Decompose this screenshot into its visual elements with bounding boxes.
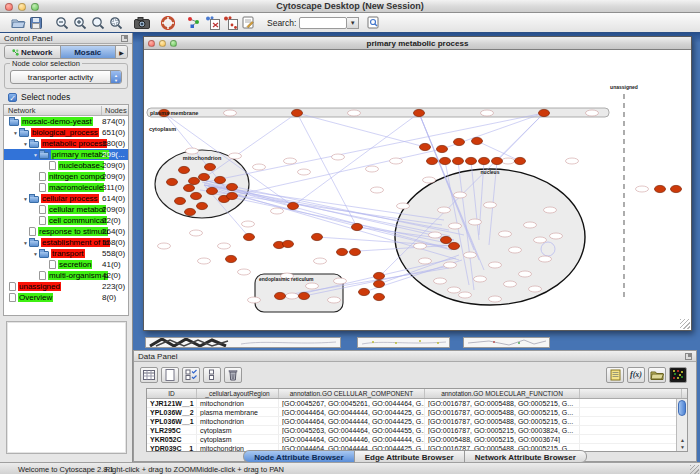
gene-node[interactable] — [440, 157, 451, 164]
annotation-node[interactable] — [481, 110, 494, 116]
gene-node[interactable] — [226, 255, 237, 262]
gene-node[interactable] — [227, 192, 238, 199]
column-header[interactable]: annotation.GO CELLULAR_COMPONENT — [279, 389, 425, 398]
annotation-node[interactable] — [499, 231, 512, 237]
toggle-data-panel-icon[interactable] — [221, 14, 239, 31]
table-scrollbar[interactable]: ▲▼ — [676, 399, 687, 451]
gene-node[interactable] — [288, 202, 299, 209]
annotation-node[interactable] — [534, 237, 547, 243]
tab-node-attribute-browser[interactable]: Node Attribute Browser — [243, 450, 354, 462]
table-row[interactable]: YPL036W__1mitochondrion[GO:0044464, GO:0… — [147, 417, 687, 426]
annotation-node[interactable] — [489, 262, 502, 268]
gene-node[interactable] — [205, 163, 216, 170]
zoom-in-icon[interactable] — [71, 14, 89, 31]
annotation-node[interactable] — [529, 286, 542, 292]
scrollbar-arrows[interactable]: ▲▼ — [677, 437, 688, 451]
annotation-node[interactable] — [298, 169, 311, 175]
annotation-node[interactable] — [449, 223, 462, 229]
annotation-node[interactable] — [539, 256, 552, 262]
annotation-node[interactable] — [198, 258, 211, 264]
annotation-node[interactable] — [489, 296, 502, 302]
annotation-node[interactable] — [242, 221, 255, 227]
gene-node[interactable] — [179, 166, 190, 173]
tree-row-unassigned[interactable]: unassigned223(0) — [4, 281, 128, 292]
gene-node[interactable] — [167, 178, 178, 185]
import-attributes-icon[interactable] — [648, 367, 666, 383]
annotation-node[interactable] — [464, 252, 477, 258]
annotation-node[interactable] — [550, 233, 563, 239]
tab-edge-attribute-browser[interactable]: Edge Attribute Browser — [354, 450, 464, 462]
gene-node[interactable] — [374, 293, 385, 300]
gene-node[interactable] — [292, 109, 303, 116]
annotation-node[interactable] — [414, 243, 427, 249]
annotation-node[interactable] — [484, 202, 497, 208]
tab-mosaic[interactable]: Mosaic — [61, 46, 117, 58]
annotation-node[interactable] — [271, 208, 284, 214]
annotation-node[interactable] — [438, 207, 451, 213]
gene-node[interactable] — [215, 176, 226, 183]
select-nodes-option[interactable]: ✓ Select nodes — [8, 92, 70, 102]
annotation-node[interactable] — [253, 164, 266, 170]
gene-node[interactable] — [207, 187, 218, 194]
more-tabs-arrow-icon[interactable]: ▶ — [116, 46, 127, 58]
unselect-attributes-icon[interactable] — [203, 367, 221, 383]
annotation-node[interactable] — [229, 153, 242, 159]
tree-row-biological-process[interactable]: ▼biological_process651(0) — [4, 127, 128, 138]
tree-row-cellular-process[interactable]: ▼cellular process614(0) — [4, 193, 128, 204]
expander-icon[interactable]: ▼ — [12, 130, 19, 136]
annotation-node[interactable] — [366, 166, 379, 172]
annotation-node[interactable] — [429, 232, 442, 238]
help-icon[interactable] — [159, 14, 177, 31]
column-network[interactable]: Network — [8, 106, 36, 115]
gene-node[interactable] — [350, 248, 361, 255]
network-canvas[interactable]: plasma membranecytoplasmmitochondrionnuc… — [144, 50, 689, 330]
checkbox-checked-icon[interactable]: ✓ — [8, 93, 17, 102]
annotation-node[interactable] — [524, 222, 537, 228]
annotation-node[interactable] — [190, 230, 203, 236]
tree-row-transport[interactable]: ▼transport558(0) — [4, 248, 128, 259]
annotation-node[interactable] — [459, 292, 472, 298]
table-row[interactable]: YKR052Ccytoplasm[GO:0044464, GO:0044446,… — [147, 435, 687, 444]
expander-icon[interactable]: ▼ — [32, 251, 39, 257]
gene-node[interactable] — [539, 109, 550, 116]
annotation-node[interactable] — [566, 158, 579, 164]
tree-row-establishment-of-lo[interactable]: ▼establishment of lo558(0) — [4, 237, 128, 248]
scrollbar-thumb[interactable] — [678, 400, 686, 416]
annotation-node[interactable] — [444, 262, 457, 268]
annotation-node[interactable] — [469, 219, 482, 225]
annotation-node[interactable] — [224, 110, 237, 116]
annotation-node[interactable] — [504, 281, 517, 287]
gene-node[interactable] — [312, 233, 323, 240]
gene-node[interactable] — [189, 177, 200, 184]
tree-row-metabolic-process[interactable]: ▼metabolic process280(0) — [4, 138, 128, 149]
annotation-node[interactable] — [328, 297, 341, 303]
column-nodes[interactable]: Nodes — [101, 106, 127, 115]
expander-icon[interactable]: ▼ — [22, 141, 29, 147]
gene-node[interactable] — [420, 143, 431, 150]
open-file-icon[interactable] — [9, 14, 27, 31]
column-header[interactable] — [580, 389, 682, 398]
expander-icon[interactable]: ▼ — [22, 196, 29, 202]
minimized-window[interactable] — [145, 337, 341, 348]
expander-icon[interactable]: ▼ — [32, 152, 39, 158]
annotation-node[interactable] — [434, 278, 447, 284]
annotation-node[interactable] — [509, 247, 522, 253]
gene-node[interactable] — [184, 184, 195, 191]
table-row[interactable]: YLR295Ccytoplasm[GO:0045263, GO:0044464,… — [147, 426, 687, 435]
tree-row-nucleobase-[interactable]: nucleobase-209(0) — [4, 160, 128, 171]
tab-network[interactable]: Network — [5, 46, 61, 58]
annotation-node[interactable] — [238, 269, 251, 275]
gene-node[interactable] — [427, 157, 438, 164]
search-dropdown-arrow-icon[interactable]: ▼ — [347, 17, 359, 29]
node-color-attribute-select[interactable]: transporter activity ▲▼ — [10, 70, 122, 84]
annotation-node[interactable] — [348, 110, 361, 116]
tree-row-macromolecule[interactable]: macromolecule311(0) — [4, 182, 128, 193]
tree-row-overview[interactable]: Overview8(0) — [4, 292, 128, 303]
annotation-node[interactable] — [423, 177, 436, 183]
formula-builder-icon[interactable]: f(x) — [627, 367, 645, 383]
gene-node[interactable] — [175, 197, 186, 204]
birdseye-view-panel[interactable] — [6, 321, 127, 454]
attribute-matrix-icon[interactable] — [669, 367, 687, 383]
gene-node[interactable] — [437, 145, 448, 152]
annotation-node[interactable] — [636, 186, 649, 192]
